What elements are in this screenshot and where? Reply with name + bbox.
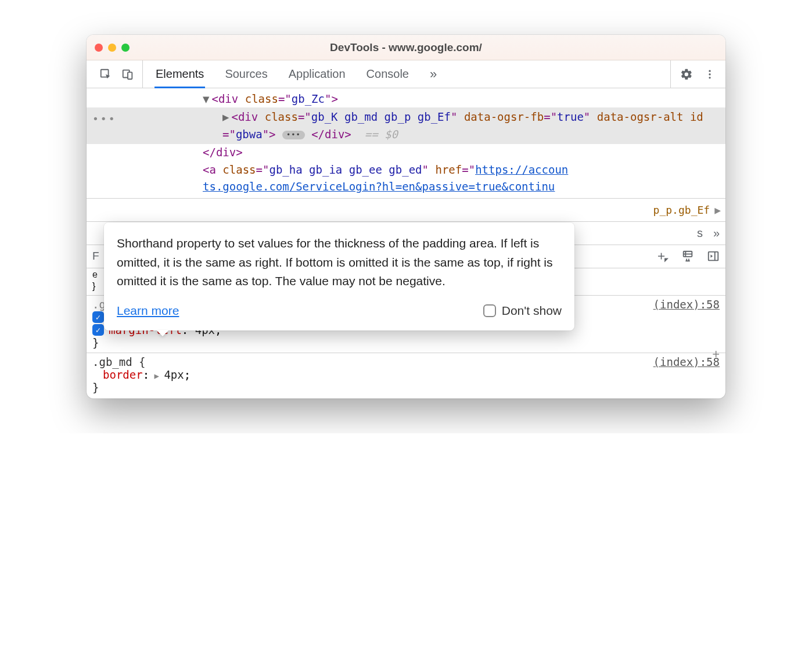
device-toggle-icon[interactable]: [121, 68, 134, 81]
property-toggle-checkbox[interactable]: ✓: [92, 311, 104, 323]
dollar-zero-indicator: == $0: [365, 128, 398, 141]
styles-toolbar-right: [656, 250, 720, 263]
expand-shorthand-icon[interactable]: ▶: [149, 371, 164, 380]
svg-point-3: [709, 70, 710, 71]
toolbar-right-group: [670, 60, 725, 88]
dom-node-selected[interactable]: ••• ▶<div class="gb_K gb_md gb_p gb_Ef" …: [87, 107, 725, 144]
panel-tabs: Elements Sources Application Console »: [143, 60, 670, 88]
svg-rect-7: [709, 252, 718, 261]
settings-gear-icon[interactable]: [680, 68, 693, 81]
traffic-lights: [95, 44, 130, 52]
line-actions-icon[interactable]: •••: [92, 111, 117, 127]
css-rule-2-close-brace: }: [87, 381, 725, 394]
dom-node-parent[interactable]: ▼<div class="gb_Zc">: [87, 91, 725, 107]
toggle-sidebar-icon[interactable]: [707, 250, 720, 263]
dont-show-label: Don't show: [502, 301, 562, 321]
main-toolbar: Elements Sources Application Console »: [87, 60, 725, 88]
collapsed-ellipsis-icon[interactable]: •••: [282, 131, 305, 139]
svg-rect-2: [128, 72, 132, 79]
tooltip-text: Shorthand property to set values for the…: [117, 234, 562, 291]
css-rule-2-header: .gb_md { (index):58: [87, 353, 725, 368]
tabs-overflow-icon[interactable]: »: [430, 67, 443, 82]
css-rule-2-body: border: ▶ 4px;: [87, 368, 725, 381]
css-rule-1-close-brace: }: [87, 336, 725, 349]
filter-input-partial[interactable]: F: [92, 250, 99, 263]
zoom-window-button[interactable]: [121, 44, 130, 52]
collapse-triangle-icon[interactable]: ▶: [222, 110, 229, 123]
tab-sources[interactable]: Sources: [225, 60, 267, 88]
dont-show-checkbox[interactable]: [483, 304, 496, 317]
breadcrumb-scroll-right-icon[interactable]: ▶: [714, 204, 721, 216]
subtab-overflow-icon[interactable]: »: [713, 227, 720, 240]
devtools-window: DevTools - www.google.com/ Elements Sour…: [87, 35, 725, 398]
dom-node-anchor-cont[interactable]: ts.google.com/ServiceLogin?hl=en&passive…: [87, 178, 725, 195]
learn-more-link[interactable]: Learn more: [117, 301, 179, 321]
dont-show-toggle[interactable]: Don't show: [483, 301, 562, 321]
property-toggle-checkbox[interactable]: ✓: [92, 324, 104, 336]
css-declaration-shorthand[interactable]: border: ▶ 4px;: [103, 368, 725, 381]
window-title: DevTools - www.google.com/: [87, 41, 725, 54]
dom-node-anchor[interactable]: <a class="gb_ha gb_ia gb_ee gb_ed" href=…: [87, 161, 725, 178]
dom-tree[interactable]: ▼<div class="gb_Zc"> ••• ▶<div class="gb…: [87, 88, 725, 199]
toolbar-left-group: [91, 60, 143, 88]
inspect-element-icon[interactable]: [99, 68, 112, 81]
expand-triangle-icon[interactable]: ▼: [203, 92, 209, 105]
css-tooltip-popup: Shorthand property to set values for the…: [104, 222, 574, 330]
svg-point-4: [709, 73, 710, 75]
breadcrumb-bar[interactable]: p_p.gb_Ef ▶: [87, 199, 725, 222]
close-window-button[interactable]: [95, 44, 103, 52]
css-rule-2-source-link[interactable]: (index):58: [653, 355, 720, 368]
tooltip-footer: Learn more Don't show: [117, 301, 562, 321]
insert-rule-below-icon[interactable]: +: [712, 347, 720, 362]
dom-node-close[interactable]: </div>: [87, 144, 725, 161]
tab-elements[interactable]: Elements: [156, 60, 204, 88]
computed-styles-icon[interactable]: [681, 250, 694, 263]
subtab-partial[interactable]: s: [697, 227, 703, 240]
minimize-window-button[interactable]: [108, 44, 116, 52]
add-rule-icon[interactable]: [656, 250, 669, 263]
css-rule-2-selector[interactable]: .gb_md {: [92, 355, 146, 368]
titlebar: DevTools - www.google.com/: [87, 35, 725, 60]
svg-point-5: [709, 77, 710, 78]
css-rule-1-source-link[interactable]: (index):58: [653, 298, 720, 311]
tab-application[interactable]: Application: [289, 60, 346, 88]
tab-console[interactable]: Console: [367, 60, 409, 88]
breadcrumb-item[interactable]: p_p.gb_Ef: [653, 204, 710, 216]
kebab-menu-icon[interactable]: [703, 68, 716, 81]
